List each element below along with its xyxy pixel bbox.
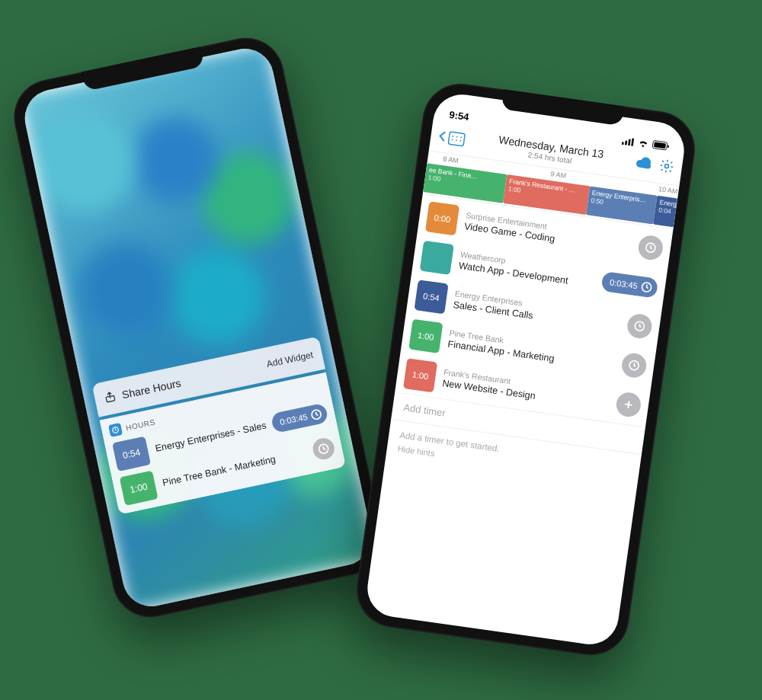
screen-right: 9:54 Wednesday, March 13 2:54 hrs total [363, 91, 687, 647]
screen-left: Share Hours Add Widget HOURS 0:54Energy … [20, 43, 377, 612]
calendar-back-button[interactable] [437, 129, 466, 148]
svg-point-16 [456, 139, 457, 141]
svg-point-13 [456, 136, 458, 138]
share-icon [103, 389, 118, 406]
timeline-block[interactable]: Energy Enterpris…0:50 [586, 186, 658, 224]
svg-rect-4 [622, 142, 624, 145]
svg-rect-6 [628, 139, 631, 145]
hours-app-icon [108, 423, 123, 437]
timeline-block[interactable]: Energ…0:04 [654, 196, 678, 227]
phone-left: Share Hours Add Widget HOURS 0:54Energy … [7, 30, 389, 624]
time-box: 1:00 [120, 471, 158, 506]
start-timer-button[interactable] [620, 351, 648, 379]
svg-point-12 [452, 136, 453, 137]
calendar-icon [447, 129, 466, 147]
wifi-icon [637, 139, 649, 149]
cloud-icon[interactable] [636, 157, 652, 173]
phone-right: 9:54 Wednesday, March 13 2:54 hrs total [352, 78, 700, 660]
add-entry-button[interactable] [615, 391, 642, 418]
svg-point-14 [460, 137, 462, 139]
running-timer-pill[interactable]: 0:03:45 [271, 403, 329, 434]
time-box [420, 241, 454, 275]
add-timer-placeholder: Add timer [403, 401, 447, 419]
svg-rect-0 [106, 395, 115, 402]
svg-rect-11 [448, 132, 465, 146]
home-screen-blur [20, 43, 377, 612]
timeline-tick: 9 AM [550, 170, 567, 180]
time-box: 1:00 [408, 319, 443, 353]
time-box: 1:00 [403, 358, 437, 392]
start-timer-button[interactable] [311, 436, 336, 462]
svg-point-17 [459, 140, 461, 142]
svg-point-15 [452, 139, 453, 141]
svg-rect-9 [654, 142, 666, 149]
cellular-icon [621, 136, 634, 145]
svg-rect-10 [668, 145, 669, 148]
running-timer-pill[interactable]: 0:03:45 [601, 271, 659, 299]
timeline-tick: 8 AM [443, 155, 459, 165]
svg-rect-7 [631, 138, 634, 145]
time-box: 0:00 [425, 201, 459, 235]
time-box: 0:54 [414, 280, 448, 314]
widget-app-name: HOURS [125, 417, 156, 432]
start-timer-button[interactable] [637, 234, 664, 261]
svg-rect-5 [625, 140, 627, 145]
add-widget-button[interactable]: Add Widget [266, 350, 315, 370]
settings-gear-icon[interactable] [658, 158, 675, 178]
timer-list: 0:00Surprise EntertainmentVideo Game - C… [395, 194, 673, 427]
time-box: 0:54 [112, 436, 151, 471]
start-timer-button[interactable] [626, 312, 653, 340]
svg-point-18 [664, 165, 669, 169]
timeline-tick: 10 AM [658, 185, 678, 195]
battery-icon [652, 140, 670, 151]
